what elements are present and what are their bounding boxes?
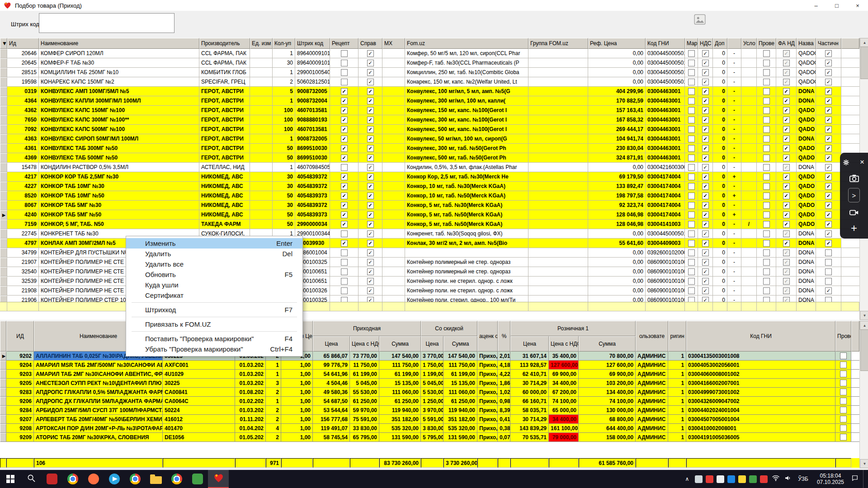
cell-name[interactable]: КОНВУЛЕКС СИРОП 50МГ/МЛ 100МЛ [39,134,199,144]
cell-barcode[interactable]: 4054839373 [295,191,330,201]
cell-sprav[interactable]: ✓ [359,229,382,239]
cell-mark[interactable] [685,258,698,267]
cell-pct[interactable]: 2,01 [498,352,510,361]
cell-dop[interactable]: 0 [713,163,727,172]
checkbox-checked-icon[interactable]: ✓ [367,278,374,285]
cell-partial[interactable]: ✓ [816,58,841,68]
cell-pct[interactable]: 0,98 [498,397,510,406]
row-indicator[interactable] [0,77,7,87]
checkbox-icon[interactable] [341,79,348,85]
cell-recipe[interactable]: ✓ [330,153,359,163]
checkbox-checked-icon[interactable]: ✓ [367,107,374,114]
cell-recipe[interactable]: ✓ [330,87,359,96]
cell-rs[interactable]: 644 400,00 [579,424,636,433]
cell-partial[interactable]: ✓ [816,229,841,239]
checkbox-icon[interactable] [341,50,348,57]
checkbox-icon[interactable] [688,259,695,266]
maximize-button[interactable]: □ [826,0,847,11]
row-indicator[interactable] [0,397,6,406]
checkbox-icon[interactable] [763,240,770,247]
cell-partial[interactable]: ✓ [816,77,841,87]
column-header-id[interactable]: Ид [7,38,39,49]
table-row[interactable]: 9208АРТОКСАН ПОР Д/ИН 20МГ+Р-ЛЬ №3\РОТАФ… [0,424,859,433]
cell-barcode[interactable]: 9008732004 [295,96,330,106]
checkbox-checked-icon[interactable]: ✓ [702,136,709,142]
table-row[interactable]: 4364КОНВУЛЕКС КАПЛИ 300МГ/МЛ 100МЛГЕРОТ,… [0,96,859,106]
cell-prove[interactable] [757,77,776,87]
cell-nazva[interactable]: DONA [797,286,816,296]
cell-dop[interactable]: 0 [713,229,727,239]
cell-inp[interactable]: 54 641,96 [313,370,350,379]
cell-fomuz[interactable]: Конкор, 10 мг, таб. №30(Merck KGaA) [405,182,528,191]
cell-mx[interactable] [382,87,405,96]
cell-fand[interactable]: ✓ [776,134,797,144]
cell-pct[interactable]: 8,39 [498,406,510,415]
row-indicator[interactable] [0,182,7,191]
cell-mx[interactable] [382,106,405,115]
cell-nds[interactable]: ✓ [698,144,713,153]
cell-barcode[interactable]: 4607013581 [295,125,330,134]
menu-item[interactable]: УдалитьDel [126,249,302,259]
row-indicator[interactable] [0,49,7,58]
cell-sprav[interactable]: ✓ [359,182,382,191]
column-header-gni-code[interactable]: Код ГНИ [686,321,835,352]
cell-group[interactable] [528,58,588,68]
cell-dash[interactable]: + [727,191,741,201]
cell-mark-check[interactable] [835,424,851,433]
cell-gni[interactable]: 0300445000501 [646,229,685,239]
cell-mark-check[interactable] [835,388,851,397]
cell-id[interactable]: 20645 [7,58,39,68]
video-camera-icon[interactable] [848,206,860,218]
cell-dash[interactable]: - [727,229,741,239]
show-desktop-button[interactable] [863,470,865,488]
cell-qty[interactable]: 5 [273,87,295,96]
cell-group[interactable] [528,96,588,106]
column-header-sprav[interactable]: Справ [359,38,382,49]
tray-icon-1[interactable] [695,475,703,483]
table-row[interactable]: 4369КОНВУЛЕКС ТАБ 500МГ №50ГЕРОТ, АВСТРИ… [0,153,859,163]
checkbox-checked-icon[interactable]: ✓ [783,174,790,180]
row-indicator[interactable] [0,388,6,397]
cell-inn[interactable]: 55 530,00 [350,388,379,397]
cell-recipe[interactable]: ✓ [330,134,359,144]
checkbox-checked-icon[interactable]: ✓ [825,126,832,133]
checkbox-icon[interactable] [688,221,695,228]
tray-chevron-up-icon[interactable]: ∧ [683,476,691,482]
checkbox-icon[interactable] [341,268,348,275]
table-row[interactable]: 9209АТОРИС ТАБ 20МГ №30\КРКА, СЛОВЕНИЯDE… [0,433,859,442]
table-row[interactable]: 0319КОНВУЛЕКС АМП 100МГ/5МЛ №5ГЕРОТ, АВС… [0,87,859,96]
cell-uslo[interactable] [741,58,757,68]
cell-series[interactable]: CA00841 [163,388,235,397]
checkbox-checked-icon[interactable]: ✓ [825,50,832,57]
cell-fand[interactable]: ✓ [776,144,797,153]
checkbox-icon[interactable] [688,79,695,85]
checkbox-checked-icon[interactable]: ✓ [702,98,709,104]
cell-id[interactable]: 32540 [7,267,39,277]
column-header-unit[interactable]: Ед. изм [250,38,273,49]
checkbox-checked-icon[interactable]: ✓ [341,221,348,228]
cell-manuf[interactable]: ГЕРОТ, АВСТРИ [199,134,250,144]
cell-ds[interactable]: 111 060,00 [443,388,477,397]
cell-sprav[interactable]: ✓ [359,210,382,220]
cell-ref[interactable]: 0,00 [588,277,646,286]
cell-mx[interactable] [382,201,405,210]
cell-prove[interactable] [757,49,776,58]
cell-qty[interactable]: 2 [266,388,281,397]
cell-dp[interactable]: 3 830,00 [421,424,443,433]
cell-uslo[interactable] [741,96,757,106]
checkbox-checked-icon[interactable]: ✓ [341,240,348,247]
cell-inp[interactable]: 99 776,79 [313,361,350,370]
checkbox-icon[interactable] [341,230,348,237]
checkbox-icon[interactable] [840,425,847,432]
table-row[interactable]: 9284АРБИДОЛ 25МГ/5МЛ СУСП 37Г 100МЛ\ФАРМ… [0,406,859,415]
checkbox-icon[interactable] [763,192,770,199]
cell-dash[interactable]: - [727,163,741,172]
checkbox-checked-icon[interactable]: ✓ [367,259,374,266]
cell-orig[interactable]: 1 [668,388,686,397]
cell-rn[interactable]: 127 600,00 [549,361,579,370]
cell-mx[interactable] [382,49,405,58]
cell-dop[interactable]: 0 [713,239,727,248]
cell-nazva[interactable]: DONA [797,248,816,258]
checkbox-checked-icon[interactable]: ✓ [367,88,374,95]
cell-group[interactable] [528,49,588,58]
